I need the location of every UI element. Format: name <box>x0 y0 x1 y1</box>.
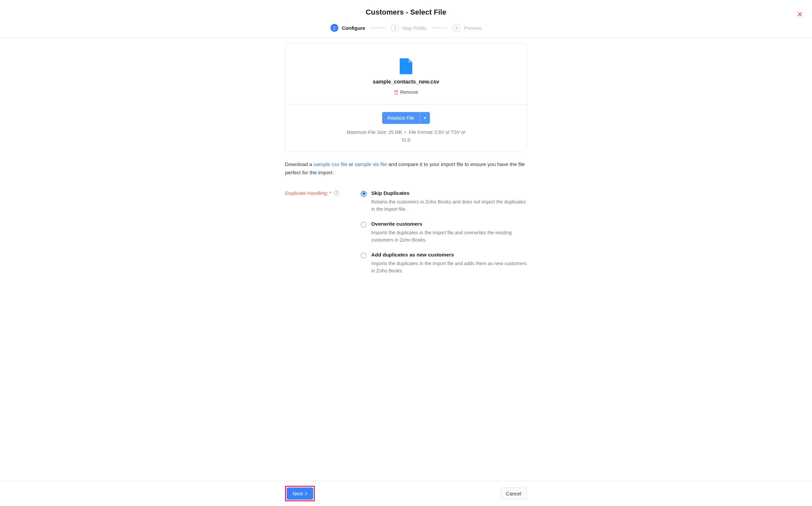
option-desc: Imports the duplicates in the import fil… <box>371 229 527 244</box>
step-divider <box>371 27 386 28</box>
option-title: Overwrite customers <box>371 221 527 227</box>
replace-file-dropdown[interactable]: ▾ <box>420 112 430 124</box>
sample-csv-link[interactable]: sample csv file <box>314 161 347 167</box>
option-body: Skip Duplicates Retains the customers in… <box>371 190 527 213</box>
option-body: Add duplicates as new customers Imports … <box>371 252 527 275</box>
step-configure[interactable]: 1 Configure <box>330 24 365 32</box>
radio-skip-duplicates[interactable] <box>360 191 367 197</box>
dup-options: Skip Duplicates Retains the customers in… <box>360 190 527 283</box>
replace-row: Replace File ▾ Maximum File Size: 25 MB … <box>286 104 526 152</box>
close-button[interactable]: ✕ <box>797 11 803 18</box>
radio-add-duplicates[interactable] <box>360 253 367 258</box>
option-overwrite-customers[interactable]: Overwrite customers Imports the duplicat… <box>360 221 527 244</box>
option-add-duplicates[interactable]: Add duplicates as new customers Imports … <box>360 252 527 275</box>
option-skip-duplicates[interactable]: Skip Duplicates Retains the customers in… <box>360 190 527 213</box>
close-icon: ✕ <box>797 10 803 18</box>
sample-prefix: Download a <box>285 161 314 167</box>
uploaded-filename: sample_contacts_new.csv <box>292 79 520 85</box>
step-label: Map Fields <box>402 25 426 31</box>
file-hint: Maximum File Size: 25 MB • File Format: … <box>346 129 466 145</box>
hint-size: Maximum File Size: 25 MB <box>347 130 402 135</box>
hint-bullet: • <box>404 130 406 135</box>
step-label: Configure <box>342 25 365 31</box>
step-circle: 1 <box>330 24 338 32</box>
option-title: Add duplicates as new customers <box>371 252 527 258</box>
step-circle: 2 <box>391 24 399 32</box>
required-asterisk: * <box>329 190 331 196</box>
option-desc: Imports the duplicates in the import fil… <box>371 260 527 275</box>
sample-xls-link[interactable]: sample xls file <box>355 161 387 167</box>
stepper: 1 Configure 2 Map Fields 3 Preview <box>10 24 802 32</box>
step-map-fields: 2 Map Fields <box>391 24 426 32</box>
help-icon[interactable]: ? <box>334 190 339 195</box>
option-title: Skip Duplicates <box>371 190 527 196</box>
content-area: sample_contacts_new.csv Remove Replace F… <box>285 38 527 316</box>
sample-file-text: Download a sample csv file or sample xls… <box>285 160 527 177</box>
step-divider <box>432 27 447 28</box>
chevron-down-icon: ▾ <box>424 116 426 120</box>
remove-label: Remove <box>400 89 418 95</box>
option-desc: Retains the customers in Zoho Books and … <box>371 198 527 213</box>
duplicate-handling-section: Duplicate Handling:* ? Skip Duplicates R… <box>285 190 527 283</box>
dup-label-text: Duplicate Handling: <box>285 190 328 196</box>
replace-file-button[interactable]: Replace File <box>382 112 420 124</box>
duplicate-handling-label: Duplicate Handling:* ? <box>285 190 351 283</box>
remove-file-button[interactable]: Remove <box>394 89 418 95</box>
step-circle: 3 <box>453 24 460 32</box>
file-icon <box>400 58 412 74</box>
page-title: Customers - Select File <box>10 8 802 17</box>
step-label: Preview <box>464 25 481 31</box>
file-dropzone: sample_contacts_new.csv Remove Replace F… <box>285 43 527 152</box>
uploaded-file-area: sample_contacts_new.csv Remove <box>286 43 526 104</box>
hint-format: File Format: CSV or TSV or XLS <box>402 130 465 143</box>
replace-button-group: Replace File ▾ <box>382 112 430 124</box>
step-preview: 3 Preview <box>453 24 481 32</box>
radio-overwrite-customers[interactable] <box>360 222 367 228</box>
trash-icon <box>394 90 398 95</box>
modal-header: Customers - Select File ✕ 1 Configure 2 … <box>0 0 812 38</box>
sample-or: or <box>347 161 355 167</box>
option-body: Overwrite customers Imports the duplicat… <box>371 221 527 244</box>
